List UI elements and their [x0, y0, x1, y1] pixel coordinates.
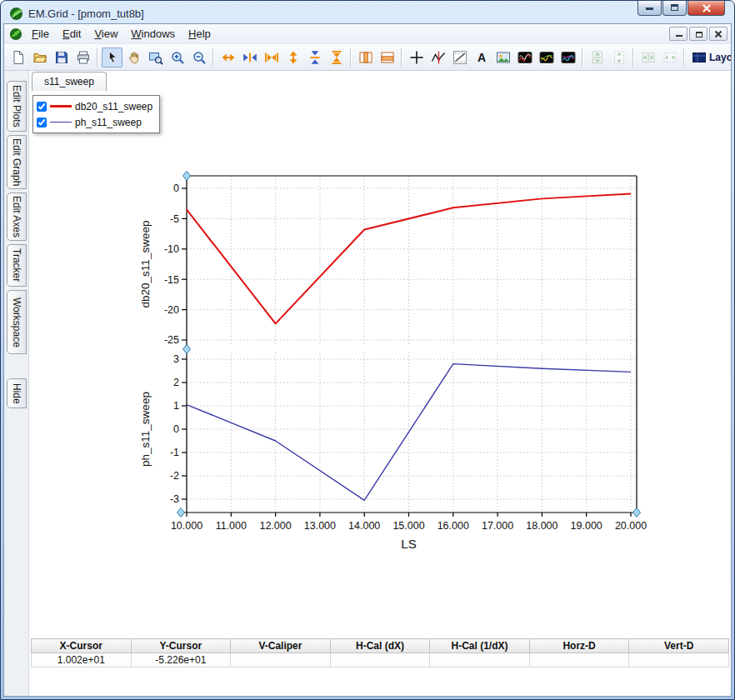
- cursor-value-cell: [231, 653, 331, 668]
- fit-vertical-button[interactable]: [587, 48, 608, 68]
- cursor-col-header: Y-Cursor: [131, 639, 231, 653]
- sidebar-tab-workspace[interactable]: Workspace: [7, 290, 27, 354]
- pan-tool-button[interactable]: [123, 48, 144, 68]
- svg-text:19.000: 19.000: [571, 520, 602, 532]
- zoom-window-button[interactable]: [145, 48, 166, 68]
- cursor-col-header: Vert-D: [629, 639, 729, 653]
- fit-horizontal-button[interactable]: [638, 48, 658, 68]
- svg-text:1: 1: [173, 400, 179, 412]
- legend: db20_s11_sweep ph_s11_sweep: [32, 95, 160, 133]
- compress-y-button[interactable]: [304, 48, 325, 68]
- svg-text:18.000: 18.000: [526, 520, 558, 532]
- compress-x-button[interactable]: [239, 48, 260, 68]
- legend-checkbox-ph-s11-sweep[interactable]: [37, 118, 47, 128]
- mdi-minimize-button[interactable]: [669, 27, 688, 41]
- plot-page: s11_sweep 0-5-10-15-20-253210-1-2-310.00…: [29, 71, 731, 696]
- fit-y-button[interactable]: [326, 48, 347, 68]
- compress-x-icon: [242, 50, 258, 65]
- side-tab-bar: Edit Plots Edit Graph Edit Axes Tracker …: [4, 71, 29, 696]
- zoom-out-button[interactable]: [188, 48, 209, 68]
- child-window-icon: [9, 28, 22, 41]
- sidebar-tab-edit-axes[interactable]: Edit Axes: [7, 192, 27, 241]
- menu-help[interactable]: Help: [182, 25, 218, 42]
- image-icon: [496, 50, 511, 65]
- split-rows-button[interactable]: [377, 48, 398, 68]
- toolbar-separator: [582, 48, 583, 67]
- svg-text:-3: -3: [170, 493, 179, 505]
- close-button[interactable]: [688, 1, 725, 16]
- menu-edit[interactable]: Edit: [56, 25, 88, 42]
- sidebar-tab-hide[interactable]: Hide: [7, 378, 27, 408]
- menu-windows[interactable]: Windows: [124, 25, 182, 42]
- cursor-value-cell: -5.226e+01: [131, 653, 231, 668]
- cursor-col-header: H-Cal (1/dX): [430, 639, 530, 653]
- save-button[interactable]: [51, 48, 72, 68]
- expand-y-button[interactable]: [282, 48, 303, 68]
- legend-item: ph_s11_sweep: [37, 114, 152, 130]
- menu-view[interactable]: View: [88, 25, 124, 42]
- svg-text:-20: -20: [164, 304, 179, 316]
- dark-style-2-button[interactable]: [536, 48, 557, 68]
- svg-text:13.000: 13.000: [304, 520, 336, 532]
- text-annotation-button[interactable]: A: [471, 48, 492, 68]
- split-rows-icon: [380, 50, 395, 65]
- axis-handle-diamond: [183, 345, 191, 354]
- split-columns-button[interactable]: [355, 48, 376, 68]
- menu-file[interactable]: File: [25, 25, 56, 42]
- sidebar-tab-edit-plots[interactable]: Edit Plots: [7, 81, 27, 132]
- legend-label: db20_s11_sweep: [75, 101, 152, 112]
- new-button[interactable]: [8, 48, 28, 68]
- svg-text:0: 0: [173, 423, 179, 435]
- fit-horizontal-icon: [641, 50, 656, 65]
- svg-text:LS: LS: [401, 537, 416, 551]
- fit-x-icon: [264, 50, 279, 65]
- title-bar[interactable]: EM.Grid - [pmom_tut8b]: [3, 1, 732, 23]
- text-a-icon: A: [474, 50, 489, 65]
- zoom-window-icon: [148, 50, 163, 65]
- app-icon: [9, 7, 23, 21]
- open-button[interactable]: [29, 48, 50, 68]
- dark-style-1-button[interactable]: [514, 48, 535, 68]
- expand-x-button[interactable]: [218, 48, 238, 68]
- select-tool-button[interactable]: [102, 48, 122, 68]
- menu-bar: File Edit View Windows Help: [4, 24, 731, 44]
- caliper-button[interactable]: [449, 48, 470, 68]
- fit-vertical-icon: [590, 50, 605, 65]
- dark-plot-style-icon: [561, 50, 576, 65]
- zoom-in-button[interactable]: [167, 48, 188, 68]
- tracker-button[interactable]: [428, 48, 448, 68]
- mdi-restore-button[interactable]: [689, 27, 708, 41]
- cursor-value-cell: 1.002e+01: [32, 653, 132, 668]
- svg-text:-15: -15: [164, 274, 179, 286]
- crosshair-icon: [409, 50, 424, 65]
- mdi-close-button[interactable]: [709, 27, 728, 41]
- sidebar-tab-edit-graph[interactable]: Edit Graph: [7, 135, 27, 189]
- toolbar-separator: [350, 48, 352, 67]
- image-export-button[interactable]: [492, 48, 513, 68]
- tab-s11-sweep[interactable]: s11_sweep: [32, 72, 107, 92]
- minimize-icon: [646, 8, 653, 10]
- scroll-vertical-button[interactable]: [608, 48, 629, 68]
- cursor-readout-table: X-CursorY-CursorV-CaliperH-Cal (dX)H-Cal…: [31, 638, 729, 668]
- legend-label: ph_s11_sweep: [75, 117, 142, 128]
- legend-checkbox-db20-s11-sweep[interactable]: [37, 102, 47, 112]
- fit-x-button[interactable]: [261, 48, 282, 68]
- dark-style-3-button[interactable]: [558, 48, 578, 68]
- layout-label: Layou: [709, 52, 732, 63]
- cursor-col-header: V-Caliper: [231, 639, 331, 653]
- maximize-button[interactable]: [662, 1, 687, 16]
- svg-text:-10: -10: [164, 243, 179, 255]
- scroll-horizontal-icon: [662, 50, 678, 65]
- minimize-icon: [676, 35, 682, 37]
- axis-handle-diamond: [178, 508, 185, 518]
- sidebar-tab-tracker[interactable]: Tracker: [7, 244, 27, 287]
- window-title: EM.Grid - [pmom_tut8b]: [28, 8, 144, 20]
- minimize-button[interactable]: [638, 1, 662, 16]
- scroll-horizontal-button[interactable]: [659, 48, 680, 68]
- plot-canvas[interactable]: 0-5-10-15-20-253210-1-2-310.00011.00012.…: [29, 92, 730, 642]
- print-button[interactable]: [72, 48, 93, 68]
- layout-icon: [692, 50, 707, 65]
- layout-button[interactable]: Layou: [688, 48, 732, 68]
- zoom-in-icon: [170, 50, 185, 65]
- crosshair-button[interactable]: [406, 48, 427, 68]
